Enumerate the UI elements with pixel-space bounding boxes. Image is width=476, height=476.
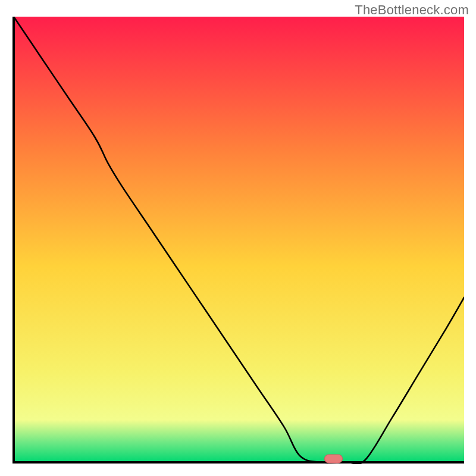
watermark-text: TheBottleneck.com bbox=[355, 2, 469, 18]
chart-plot bbox=[12, 17, 464, 464]
optimal-marker bbox=[325, 455, 343, 463]
chart-background bbox=[14, 17, 464, 462]
chart-container: TheBottleneck.com bbox=[0, 0, 476, 476]
chart-svg bbox=[12, 17, 464, 464]
